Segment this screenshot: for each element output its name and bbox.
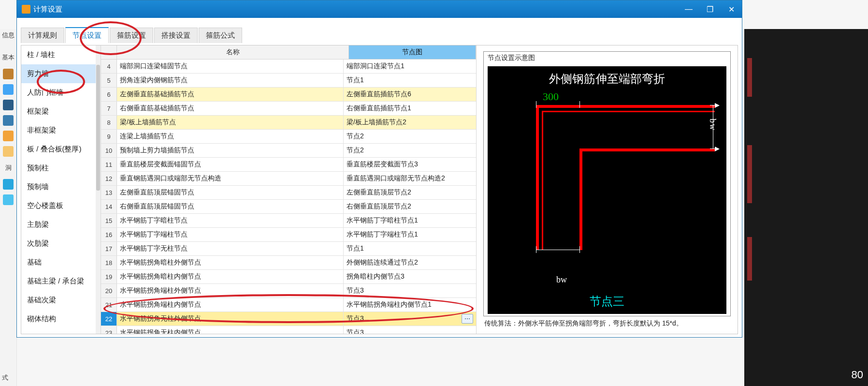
table-row[interactable]: 16水平钢筋丁字端柱节点水平钢筋丁字端柱节点1: [101, 228, 476, 242]
sidebar-item[interactable]: 框架梁: [21, 102, 101, 121]
sidebar-item[interactable]: 空心楼盖板: [21, 196, 101, 215]
sidebar-item[interactable]: 剪力墙: [21, 64, 101, 83]
tab-lap-settings[interactable]: 搭接设置: [154, 28, 198, 43]
cell-node[interactable]: 节点3: [344, 326, 476, 334]
table-row[interactable]: 8梁/板上墙插筋节点梁/板上墙插筋节点2: [101, 116, 476, 130]
background-canvas: 80: [744, 29, 868, 386]
cell-node[interactable]: 垂直筋遇洞口或端部无节点构造2: [344, 172, 476, 185]
table-row[interactable]: 4端部洞口连梁锚固节点端部洞口连梁节点1: [101, 59, 476, 74]
table-row[interactable]: 23水平钢筋拐角无柱内侧节点节点3: [101, 326, 476, 334]
tab-label: 计算规则: [28, 31, 57, 39]
row-number: 16: [101, 228, 117, 241]
preview-figure: 外侧钢筋伸至端部弯折 300 bw bw 节点三: [488, 66, 726, 314]
table-row[interactable]: 11垂直筋楼层变截面锚固节点垂直筋楼层变截面节点3: [101, 158, 476, 172]
cell-node[interactable]: 右侧垂直筋顶层节点2: [344, 200, 476, 213]
tab-stirrup-formula[interactable]: 箍筋公式: [199, 28, 242, 43]
cell-node[interactable]: 节点1: [344, 242, 476, 255]
table-row[interactable]: 10预制墙上剪力墙插筋节点节点2: [101, 144, 476, 158]
cell-node[interactable]: 梁/板上墙插筋节点2: [344, 116, 476, 129]
cell-name: 左侧垂直筋基础插筋节点: [117, 88, 344, 101]
table-row[interactable]: 18水平钢筋拐角暗柱外侧节点外侧钢筋连续通过节点2: [101, 256, 476, 270]
cell-node[interactable]: 水平钢筋丁字端柱节点1: [344, 228, 476, 241]
cell-node[interactable]: 左侧垂直筋顶层节点2: [344, 186, 476, 199]
dock-icon[interactable]: [3, 115, 14, 126]
preview-panel: 节点设置示意图 外侧钢筋伸至端部弯折 300 bw bw 节点三: [483, 51, 731, 316]
cell-node[interactable]: 节点1: [344, 74, 476, 87]
row-number: 5: [101, 74, 117, 87]
cell-node[interactable]: 节点2: [344, 144, 476, 157]
dock-label-hole: 洞: [0, 162, 16, 174]
sidebar-item[interactable]: 次肋梁: [21, 234, 101, 253]
table-row[interactable]: 20水平钢筋拐角端柱外侧节点节点3: [101, 284, 476, 298]
sidebar-item[interactable]: 柱 / 墙柱: [21, 45, 101, 64]
row-number: 18: [101, 256, 117, 269]
cell-name: 右侧垂直筋基础插筋节点: [117, 102, 344, 115]
cell-name: 水平钢筋丁字端柱节点: [117, 228, 344, 241]
tab-node-settings[interactable]: 节点设置: [65, 27, 109, 43]
dock-icon[interactable]: [3, 179, 14, 190]
cell-node[interactable]: 节点2: [344, 130, 476, 143]
cell-node[interactable]: 左侧垂直筋插筋节点6: [344, 88, 476, 101]
sidebar-item[interactable]: 基础主梁 / 承台梁: [21, 272, 101, 291]
dock-label-mode: 式: [0, 373, 16, 382]
table-row[interactable]: 15水平钢筋丁字暗柱节点水平钢筋丁字暗柱节点1: [101, 214, 476, 228]
table-row[interactable]: 21水平钢筋拐角端柱内侧节点水平钢筋拐角端柱内侧节点1: [101, 298, 476, 312]
table-row[interactable]: 22水平钢筋拐角无柱外侧节点节点3⋯: [101, 312, 476, 326]
row-number-header: [101, 45, 117, 59]
preview-pane: 节点设置示意图 外侧钢筋伸至端部弯折 300 bw bw 节点三: [476, 45, 738, 334]
table-row[interactable]: 6左侧垂直筋基础插筋节点左侧垂直筋插筋节点6: [101, 88, 476, 102]
table-header: 名称 节点图: [101, 45, 476, 59]
cell-node[interactable]: 端部洞口连梁节点1: [344, 59, 476, 73]
dock-icon[interactable]: [3, 84, 14, 95]
row-number: 10: [101, 144, 117, 157]
fig-bw-bottom: bw: [556, 275, 567, 285]
cell-name: 水平钢筋拐角端柱外侧节点: [117, 284, 344, 297]
sidebar-item[interactable]: 预制墙: [21, 178, 101, 196]
table-row[interactable]: 17水平钢筋丁字无柱节点节点1: [101, 242, 476, 256]
cell-name: 水平钢筋拐角无柱内侧节点: [117, 326, 344, 334]
tab-calc-rules[interactable]: 计算规则: [21, 28, 64, 43]
sidebar-item[interactable]: 预制柱: [21, 159, 101, 178]
cell-node[interactable]: 外侧钢筋连续通过节点2: [344, 256, 476, 269]
sidebar-item[interactable]: 基础: [21, 253, 101, 272]
tab-label: 箍筋公式: [206, 31, 235, 39]
dock-icon[interactable]: [3, 194, 14, 205]
cell-node[interactable]: 水平钢筋丁字暗柱节点1: [344, 214, 476, 227]
cell-name: 拐角连梁内侧钢筋节点: [117, 74, 344, 87]
sidebar-item[interactable]: 砌体结构: [21, 310, 101, 328]
cell-name: 右侧垂直筋顶层锚固节点: [117, 200, 344, 213]
table-row[interactable]: 19水平钢筋拐角暗柱内侧节点拐角暗柱内侧节点3: [101, 270, 476, 284]
sidebar-item[interactable]: 基础次梁: [21, 291, 101, 310]
sidebar-scrollbar[interactable]: [96, 45, 101, 334]
dock-icon[interactable]: [3, 131, 14, 141]
tab-label: 搭接设置: [161, 31, 190, 39]
sidebar-item[interactable]: 人防门框墙: [21, 83, 101, 102]
cell-name: 垂直筋楼层变截面锚固节点: [117, 158, 344, 171]
table-row[interactable]: 5拐角连梁内侧钢筋节点节点1: [101, 74, 476, 88]
dock-icon[interactable]: [3, 100, 14, 110]
table-row[interactable]: 14右侧垂直筋顶层锚固节点右侧垂直筋顶层节点2: [101, 200, 476, 214]
table-row[interactable]: 7右侧垂直筋基础插筋节点右侧垂直筋插筋节点1: [101, 102, 476, 116]
maximize-button[interactable]: ❐: [699, 0, 721, 18]
sidebar-item[interactable]: 板 / 叠合板(整厚): [21, 140, 101, 159]
cell-node[interactable]: 拐角暗柱内侧节点3: [344, 270, 476, 283]
edit-node-button[interactable]: ⋯: [462, 314, 473, 324]
tab-stirrup-settings[interactable]: 箍筋设置: [110, 28, 153, 43]
dock-icon[interactable]: [3, 146, 14, 157]
close-button[interactable]: ✕: [721, 0, 742, 18]
minimize-button[interactable]: —: [678, 0, 699, 18]
left-dock: 信息 基本 洞 式: [0, 29, 17, 386]
sidebar-item[interactable]: 主肋梁: [21, 215, 101, 234]
cell-name: 水平钢筋丁字无柱节点: [117, 242, 344, 255]
tab-label: 箍筋设置: [117, 31, 146, 39]
table-row[interactable]: 9连梁上墙插筋节点节点2: [101, 130, 476, 144]
table-row[interactable]: 12垂直钢筋遇洞口或端部无节点构造垂直筋遇洞口或端部无节点构造2: [101, 172, 476, 186]
cell-node[interactable]: 节点3⋯: [344, 312, 476, 326]
cell-node[interactable]: 水平钢筋拐角端柱内侧节点1: [344, 298, 476, 312]
dock-icon[interactable]: [3, 69, 14, 79]
cell-node[interactable]: 右侧垂直筋插筋节点1: [344, 102, 476, 115]
cell-node[interactable]: 节点3: [344, 284, 476, 297]
table-row[interactable]: 13左侧垂直筋顶层锚固节点左侧垂直筋顶层节点2: [101, 186, 476, 200]
cell-node[interactable]: 垂直筋楼层变截面节点3: [344, 158, 476, 171]
sidebar-item[interactable]: 非框架梁: [21, 121, 101, 140]
